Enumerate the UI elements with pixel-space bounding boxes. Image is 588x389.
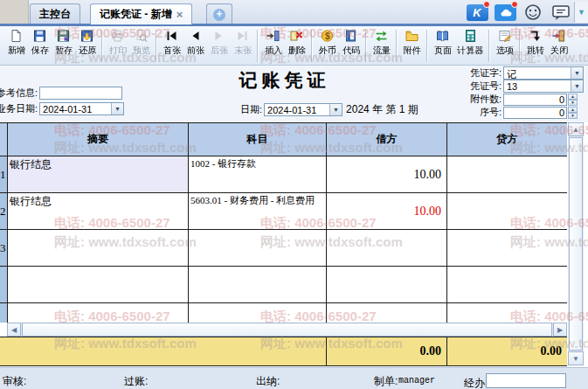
debit-cell[interactable] [327,230,447,267]
spin-up-icon[interactable]: ▲ [568,94,578,100]
row-number: 2 [0,193,8,230]
handler-input[interactable] [486,373,566,388]
calculator-button[interactable]: 计算器 [454,27,486,65]
summary-cell[interactable]: 银行结息 [8,193,189,230]
account-cell[interactable] [189,303,327,323]
account-cell[interactable] [189,267,327,303]
credit-cell[interactable] [447,156,567,193]
summary-cell[interactable] [8,230,189,267]
account-cell[interactable]: 5603.01 - 财务费用 - 利息费用 [189,193,327,230]
delete-row-button[interactable]: 删除 [285,27,308,65]
spin-up-icon[interactable]: ▲ [568,107,578,113]
summary-cell[interactable]: 银行结息 [8,156,189,193]
summary-cell[interactable] [8,267,189,303]
chevron-down-icon[interactable]: ▼ [111,103,123,115]
maker-value: manager [398,376,435,386]
table-row: 3 [0,230,567,267]
attach-count-stepper[interactable]: 0 ▲▼ [503,94,578,106]
toolbar-separator [426,30,428,62]
new-tab-button[interactable]: + [206,3,232,24]
date-label: 日期: [240,103,262,116]
tab-voucher-new[interactable]: 记账凭证 - 新增 × [90,3,192,24]
credit-cell[interactable] [447,267,567,303]
vertical-scrollbar[interactable]: ▲ ▼ [568,122,584,365]
debit-cell[interactable]: 10.00 [327,156,447,193]
foreign-currency-button[interactable]: $ 外币 [315,27,339,65]
svg-text:$: $ [325,31,330,41]
tab-console[interactable]: 主控台 [30,3,80,24]
page-button[interactable]: 页面 [431,27,454,65]
tab-console-label: 主控台 [39,7,71,22]
credit-cell[interactable] [447,303,567,323]
save-button[interactable]: 保存 [28,27,52,65]
temp-save-button[interactable]: 暂存 [52,27,75,65]
credit-cell[interactable] [447,230,567,267]
print-button: 打印 [106,27,129,65]
smiley-icon[interactable] [522,3,544,21]
jump-button[interactable]: 跳转 [523,27,547,65]
toolbar-separator [519,30,521,62]
chevron-down-icon[interactable]: ▼ [329,104,342,115]
biz-date-label: 业务日期: [0,102,38,115]
voucher-word-combo[interactable]: 记 ▼ [503,66,584,80]
preview-icon [134,29,149,43]
date-combo[interactable]: 2024-01-31 ▼ [264,103,342,116]
toolbar-separator [311,30,313,62]
cashier-label: 出纳: [256,374,280,389]
scroll-right-icon[interactable]: ▶ [553,323,567,337]
code-book-icon [343,29,358,43]
cash-flow-button[interactable]: 流量 [370,27,393,65]
app-logo-icon[interactable]: K [466,3,488,21]
cloud-icon[interactable] [494,3,516,21]
floppy-icon [32,29,47,43]
delete-icon [289,29,304,43]
scroll-down-icon[interactable]: ▼ [568,351,584,365]
hscroll-thumb[interactable] [22,323,552,337]
totals-merged-cell [0,337,327,366]
seq-no-stepper[interactable]: 0 ▲▼ [503,107,578,119]
credit-cell[interactable] [447,193,567,230]
first-record-button[interactable]: 首张 [160,27,183,65]
attachment-button[interactable]: 附件 [400,27,424,65]
close-button[interactable]: 关闭 [547,27,571,65]
debit-cell[interactable] [327,303,447,323]
insert-icon [266,29,280,43]
debit-cell[interactable] [327,267,447,303]
spin-down-icon[interactable]: ▼ [568,100,578,106]
row-number [0,267,8,303]
grid-header-row: 摘要 科目 借方 贷方 [0,123,567,156]
options-button[interactable]: 选项 [493,27,516,65]
ref-info-input[interactable] [39,87,122,100]
period-text: 2024 年 第 1 期 [346,102,419,117]
restore-icon [80,29,94,43]
biz-date-combo[interactable]: 2024-01-31 ▼ [39,102,124,115]
chevron-down-icon[interactable]: ▼ [571,67,583,79]
tab-close-icon[interactable]: × [176,10,183,19]
message-icon[interactable] [550,3,572,21]
horizontal-scrollbar[interactable]: ◀ ▶ [7,323,567,337]
vscroll-thumb[interactable] [569,137,583,351]
table-row: 1 银行结息 1002 - 银行存款 10.00 [0,156,567,193]
row-number: 3 [0,230,8,267]
account-cell[interactable]: 1002 - 银行存款 [189,156,327,193]
account-cell[interactable] [189,230,327,267]
new-button[interactable]: 新增 [4,27,28,65]
prev-record-button[interactable]: 前张 [183,27,207,65]
scroll-up-icon[interactable]: ▲ [568,122,584,136]
scroll-left-icon[interactable]: ◀ [7,323,21,337]
code-button[interactable]: 代码 [339,27,363,65]
account-column-header: 科目 [189,123,327,156]
preview-button: 预览 [129,27,153,65]
chevron-down-icon[interactable]: ▼ [574,2,588,23]
voucher-header: 记账凭证 参考信息: 业务日期: 2024-01-31 ▼ 日期: 2024-0… [0,66,588,122]
chevron-down-icon[interactable]: ▼ [571,80,583,92]
restore-button[interactable]: 还原 [75,27,99,65]
debit-cell[interactable]: 10.00 [327,193,447,230]
prev-icon [188,29,203,43]
tab-divider-line [0,24,588,26]
open-book-icon [435,29,450,43]
insert-row-button[interactable]: 插入 [261,27,285,65]
spin-down-icon[interactable]: ▼ [568,113,578,119]
voucher-no-combo[interactable]: 13 ▼ [503,80,584,93]
summary-cell[interactable] [8,303,189,323]
